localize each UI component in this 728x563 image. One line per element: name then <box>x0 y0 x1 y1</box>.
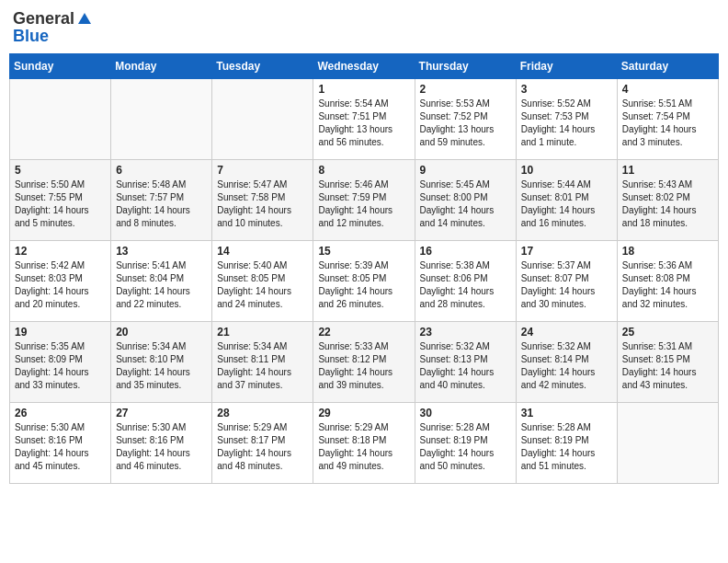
day-info: Sunrise: 5:44 AM Sunset: 8:01 PM Dayligh… <box>521 178 612 230</box>
day-number: 17 <box>521 245 612 258</box>
header-day-wednesday: Wednesday <box>313 54 415 79</box>
calendar-cell <box>111 79 212 160</box>
day-number: 16 <box>420 245 511 258</box>
calendar-cell: 21Sunrise: 5:34 AM Sunset: 8:11 PM Dayli… <box>212 322 313 403</box>
day-info: Sunrise: 5:48 AM Sunset: 7:57 PM Dayligh… <box>116 178 207 230</box>
day-info: Sunrise: 5:50 AM Sunset: 7:55 PM Dayligh… <box>15 178 106 230</box>
day-info: Sunrise: 5:32 AM Sunset: 8:14 PM Dayligh… <box>521 340 612 392</box>
page-header: General Blue <box>9 9 719 46</box>
day-info: Sunrise: 5:36 AM Sunset: 8:08 PM Dayligh… <box>622 259 713 311</box>
day-number: 24 <box>521 326 612 339</box>
calendar-cell: 26Sunrise: 5:30 AM Sunset: 8:16 PM Dayli… <box>10 403 111 484</box>
day-number: 4 <box>622 83 713 96</box>
day-number: 30 <box>420 407 511 419</box>
calendar-header-row: SundayMondayTuesdayWednesdayThursdayFrid… <box>10 54 719 79</box>
day-info: Sunrise: 5:34 AM Sunset: 8:10 PM Dayligh… <box>116 340 207 392</box>
calendar-cell: 8Sunrise: 5:46 AM Sunset: 7:59 PM Daylig… <box>313 160 415 241</box>
day-info: Sunrise: 5:28 AM Sunset: 8:19 PM Dayligh… <box>420 421 511 473</box>
day-number: 22 <box>318 326 409 339</box>
day-info: Sunrise: 5:29 AM Sunset: 8:18 PM Dayligh… <box>318 421 409 473</box>
day-info: Sunrise: 5:30 AM Sunset: 8:16 PM Dayligh… <box>116 421 207 473</box>
day-info: Sunrise: 5:37 AM Sunset: 8:07 PM Dayligh… <box>521 259 612 311</box>
calendar-cell: 2Sunrise: 5:53 AM Sunset: 7:52 PM Daylig… <box>415 79 516 160</box>
calendar-table: SundayMondayTuesdayWednesdayThursdayFrid… <box>9 53 719 484</box>
day-number: 21 <box>217 326 308 339</box>
day-number: 1 <box>318 83 409 96</box>
day-number: 27 <box>116 407 207 419</box>
calendar-cell: 23Sunrise: 5:32 AM Sunset: 8:13 PM Dayli… <box>415 322 516 403</box>
day-number: 10 <box>521 164 612 177</box>
calendar-cell: 30Sunrise: 5:28 AM Sunset: 8:19 PM Dayli… <box>415 403 516 484</box>
header-day-sunday: Sunday <box>10 54 111 79</box>
day-info: Sunrise: 5:35 AM Sunset: 8:09 PM Dayligh… <box>15 340 106 392</box>
calendar-cell: 25Sunrise: 5:31 AM Sunset: 8:15 PM Dayli… <box>617 322 718 403</box>
calendar-cell: 18Sunrise: 5:36 AM Sunset: 8:08 PM Dayli… <box>617 241 718 322</box>
day-number: 19 <box>15 326 106 339</box>
calendar-cell: 4Sunrise: 5:51 AM Sunset: 7:54 PM Daylig… <box>617 79 718 160</box>
day-info: Sunrise: 5:39 AM Sunset: 8:05 PM Dayligh… <box>318 259 409 311</box>
day-number: 2 <box>420 83 511 96</box>
day-info: Sunrise: 5:41 AM Sunset: 8:04 PM Dayligh… <box>116 259 207 311</box>
calendar-cell: 5Sunrise: 5:50 AM Sunset: 7:55 PM Daylig… <box>10 160 111 241</box>
day-number: 14 <box>217 245 308 258</box>
day-number: 15 <box>318 245 409 258</box>
calendar-cell: 12Sunrise: 5:42 AM Sunset: 8:03 PM Dayli… <box>10 241 111 322</box>
day-number: 7 <box>217 164 308 177</box>
day-info: Sunrise: 5:31 AM Sunset: 8:15 PM Dayligh… <box>622 340 713 392</box>
header-day-saturday: Saturday <box>617 54 718 79</box>
calendar-cell: 10Sunrise: 5:44 AM Sunset: 8:01 PM Dayli… <box>516 160 617 241</box>
calendar-cell: 9Sunrise: 5:45 AM Sunset: 8:00 PM Daylig… <box>415 160 516 241</box>
day-info: Sunrise: 5:28 AM Sunset: 8:19 PM Dayligh… <box>521 421 612 473</box>
day-number: 3 <box>521 83 612 96</box>
calendar-cell: 15Sunrise: 5:39 AM Sunset: 8:05 PM Dayli… <box>313 241 415 322</box>
day-info: Sunrise: 5:30 AM Sunset: 8:16 PM Dayligh… <box>15 421 106 473</box>
calendar-week-3: 12Sunrise: 5:42 AM Sunset: 8:03 PM Dayli… <box>10 241 719 322</box>
logo-icon <box>76 11 93 28</box>
logo-general-text: General <box>13 9 74 29</box>
calendar-week-1: 1Sunrise: 5:54 AM Sunset: 7:51 PM Daylig… <box>10 79 719 160</box>
day-number: 28 <box>217 407 308 419</box>
header-day-friday: Friday <box>516 54 617 79</box>
day-number: 12 <box>15 245 106 258</box>
day-number: 31 <box>521 407 612 419</box>
calendar-cell: 19Sunrise: 5:35 AM Sunset: 8:09 PM Dayli… <box>10 322 111 403</box>
day-info: Sunrise: 5:51 AM Sunset: 7:54 PM Dayligh… <box>622 98 713 149</box>
calendar-cell: 31Sunrise: 5:28 AM Sunset: 8:19 PM Dayli… <box>516 403 617 484</box>
day-number: 9 <box>420 164 511 177</box>
day-number: 26 <box>15 407 106 419</box>
day-number: 6 <box>116 164 207 177</box>
calendar-cell: 1Sunrise: 5:54 AM Sunset: 7:51 PM Daylig… <box>313 79 415 160</box>
day-info: Sunrise: 5:54 AM Sunset: 7:51 PM Dayligh… <box>318 98 409 149</box>
calendar-cell: 24Sunrise: 5:32 AM Sunset: 8:14 PM Dayli… <box>516 322 617 403</box>
day-info: Sunrise: 5:52 AM Sunset: 7:53 PM Dayligh… <box>521 98 612 149</box>
day-number: 13 <box>116 245 207 258</box>
calendar-cell: 13Sunrise: 5:41 AM Sunset: 8:04 PM Dayli… <box>111 241 212 322</box>
day-number: 18 <box>622 245 713 258</box>
day-info: Sunrise: 5:45 AM Sunset: 8:00 PM Dayligh… <box>420 178 511 230</box>
calendar-cell: 3Sunrise: 5:52 AM Sunset: 7:53 PM Daylig… <box>516 79 617 160</box>
calendar-cell: 28Sunrise: 5:29 AM Sunset: 8:17 PM Dayli… <box>212 403 313 484</box>
calendar-cell: 22Sunrise: 5:33 AM Sunset: 8:12 PM Dayli… <box>313 322 415 403</box>
calendar-cell: 11Sunrise: 5:43 AM Sunset: 8:02 PM Dayli… <box>617 160 718 241</box>
calendar-cell: 16Sunrise: 5:38 AM Sunset: 8:06 PM Dayli… <box>415 241 516 322</box>
calendar-cell: 6Sunrise: 5:48 AM Sunset: 7:57 PM Daylig… <box>111 160 212 241</box>
day-number: 23 <box>420 326 511 339</box>
day-info: Sunrise: 5:42 AM Sunset: 8:03 PM Dayligh… <box>15 259 106 311</box>
day-number: 11 <box>622 164 713 177</box>
day-number: 29 <box>318 407 409 419</box>
calendar-week-2: 5Sunrise: 5:50 AM Sunset: 7:55 PM Daylig… <box>10 160 719 241</box>
calendar-cell: 17Sunrise: 5:37 AM Sunset: 8:07 PM Dayli… <box>516 241 617 322</box>
day-info: Sunrise: 5:40 AM Sunset: 8:05 PM Dayligh… <box>217 259 308 311</box>
day-info: Sunrise: 5:29 AM Sunset: 8:17 PM Dayligh… <box>217 421 308 473</box>
calendar-cell: 20Sunrise: 5:34 AM Sunset: 8:10 PM Dayli… <box>111 322 212 403</box>
day-info: Sunrise: 5:43 AM Sunset: 8:02 PM Dayligh… <box>622 178 713 230</box>
day-number: 25 <box>622 326 713 339</box>
day-info: Sunrise: 5:53 AM Sunset: 7:52 PM Dayligh… <box>420 98 511 149</box>
header-day-tuesday: Tuesday <box>212 54 313 79</box>
day-number: 8 <box>318 164 409 177</box>
calendar-cell <box>617 403 718 484</box>
calendar-week-5: 26Sunrise: 5:30 AM Sunset: 8:16 PM Dayli… <box>10 403 719 484</box>
calendar-cell <box>212 79 313 160</box>
header-day-monday: Monday <box>111 54 212 79</box>
calendar-cell: 29Sunrise: 5:29 AM Sunset: 8:18 PM Dayli… <box>313 403 415 484</box>
